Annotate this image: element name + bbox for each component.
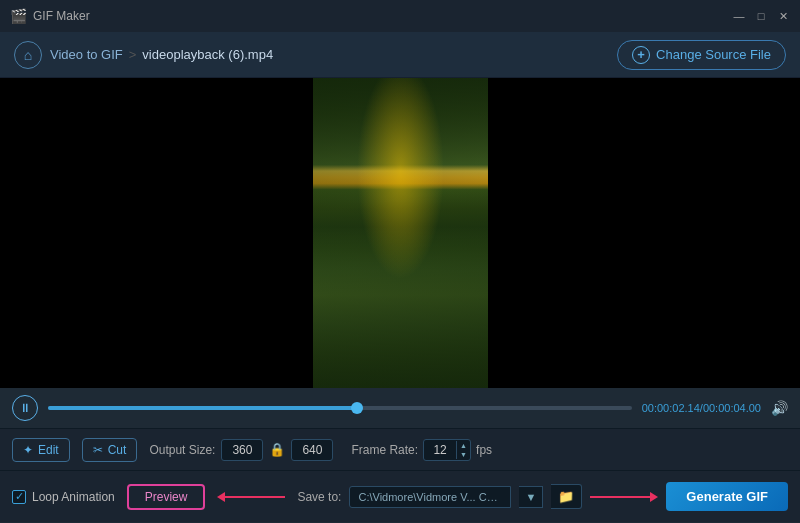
arrow-line — [225, 496, 285, 498]
progress-handle[interactable] — [351, 402, 363, 414]
change-source-button[interactable]: + Change Source File — [617, 40, 786, 70]
save-label: Save to: — [297, 490, 341, 504]
frame-rate-input[interactable] — [424, 440, 456, 460]
maximize-button[interactable]: □ — [754, 9, 768, 23]
lock-icon[interactable]: 🔒 — [269, 442, 285, 457]
title-bar: 🎬 GIF Maker — □ ✕ — [0, 0, 800, 32]
frame-rate-down[interactable]: ▼ — [457, 450, 470, 459]
video-preview — [313, 78, 488, 388]
edit-button[interactable]: ✦ Edit — [12, 438, 70, 462]
cut-icon: ✂ — [93, 443, 103, 457]
generate-arrow — [590, 492, 658, 502]
playback-bar: ⏸ 00:00:02.14/00:00:04.00 🔊 — [0, 388, 800, 428]
breadcrumb: Video to GIF > videoplayback (6).mp4 — [50, 47, 273, 62]
time-display: 00:00:02.14/00:00:04.00 — [642, 402, 761, 414]
loop-animation-checkbox[interactable]: ✓ Loop Animation — [12, 490, 115, 504]
video-overlay — [313, 78, 488, 388]
app-icon: 🎬 — [10, 8, 27, 24]
breadcrumb-filename: videoplayback (6).mp4 — [142, 47, 273, 62]
video-area — [0, 78, 800, 388]
preview-button[interactable]: Preview — [127, 484, 206, 510]
save-dropdown-button[interactable]: ▼ — [519, 486, 543, 508]
app-title: GIF Maker — [33, 9, 90, 23]
bottom-bar: ✓ Loop Animation Preview Save to: ▼ 📁 Ge… — [0, 470, 800, 522]
output-size-label: Output Size: — [149, 443, 215, 457]
frame-rate-group: Frame Rate: ▲ ▼ fps — [351, 439, 492, 461]
volume-button[interactable]: 🔊 — [771, 400, 788, 416]
output-size-group: Output Size: 🔒 — [149, 439, 333, 461]
frame-rate-up[interactable]: ▲ — [457, 441, 470, 450]
gen-arrow-line — [590, 496, 650, 498]
output-width-input[interactable] — [221, 439, 263, 461]
output-height-input[interactable] — [291, 439, 333, 461]
home-button[interactable]: ⌂ — [14, 41, 42, 69]
save-path-input[interactable] — [349, 486, 511, 508]
preview-arrow — [217, 492, 285, 502]
checkbox-icon: ✓ — [12, 490, 26, 504]
controls-bar: ✦ Edit ✂ Cut Output Size: 🔒 Frame Rate: … — [0, 428, 800, 470]
close-button[interactable]: ✕ — [776, 9, 790, 23]
generate-gif-button[interactable]: Generate GIF — [666, 482, 788, 511]
breadcrumb-sep: > — [129, 47, 137, 62]
title-left: 🎬 GIF Maker — [10, 8, 90, 24]
arrow-head-icon — [217, 492, 225, 502]
cut-label: Cut — [108, 443, 127, 457]
breadcrumb-section: Video to GIF — [50, 47, 123, 62]
header: ⌂ Video to GIF > videoplayback (6).mp4 +… — [0, 32, 800, 78]
save-row: Save to: ▼ 📁 Generate GIF — [297, 482, 788, 511]
time-total: 00:00:04.00 — [703, 402, 761, 414]
pause-button[interactable]: ⏸ — [12, 395, 38, 421]
frame-rate-arrows: ▲ ▼ — [456, 441, 470, 459]
edit-icon: ✦ — [23, 443, 33, 457]
window-controls: — □ ✕ — [732, 9, 790, 23]
time-current: 00:00:02.14 — [642, 402, 700, 414]
edit-label: Edit — [38, 443, 59, 457]
nav-left: ⌂ Video to GIF > videoplayback (6).mp4 — [14, 41, 273, 69]
frame-rate-label: Frame Rate: — [351, 443, 418, 457]
frame-rate-input-wrap: ▲ ▼ — [423, 439, 471, 461]
minimize-button[interactable]: — — [732, 9, 746, 23]
change-source-label: Change Source File — [656, 47, 771, 62]
cut-button[interactable]: ✂ Cut — [82, 438, 138, 462]
progress-track[interactable] — [48, 406, 632, 410]
fps-label: fps — [476, 443, 492, 457]
plus-icon: + — [632, 46, 650, 64]
save-folder-button[interactable]: 📁 — [551, 484, 582, 509]
gen-arrow-head-icon — [650, 492, 658, 502]
progress-fill — [48, 406, 357, 410]
loop-label: Loop Animation — [32, 490, 115, 504]
